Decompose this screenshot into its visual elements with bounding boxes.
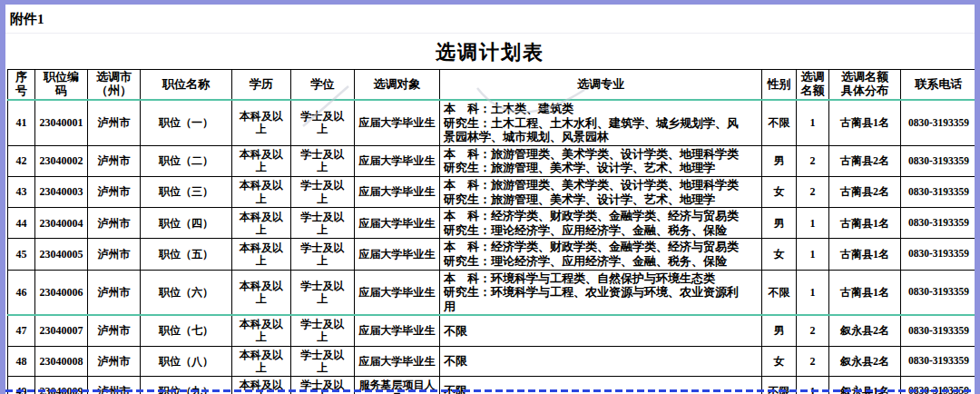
cell: 23040008	[35, 346, 88, 376]
table-row: 4223040002泸州市职位（二）本科及以上学士及以上应届大学毕业生本 科：旅…	[8, 145, 977, 176]
cell: 泸州市	[88, 176, 141, 207]
cell: 本科及以上	[232, 239, 291, 270]
cell: 2	[797, 346, 829, 376]
page-break-line	[5, 389, 975, 392]
cell: 1	[797, 100, 829, 145]
header-cell: 选调对象	[355, 70, 440, 101]
cell: 0830-3193359	[901, 100, 977, 145]
cell: 泸州市	[88, 270, 141, 315]
cell: 0830-3193359	[901, 176, 977, 207]
cell: 0830-3193359	[901, 315, 977, 346]
cell: 0830-3193359	[901, 208, 977, 239]
cell: 古蔺县2名	[829, 145, 901, 176]
cell: 43	[8, 176, 35, 207]
cell: 应届大学毕业生	[355, 208, 440, 239]
plan-table-body: 4123040001泸州市职位（一）本科及以上学士及以上应届大学毕业生本 科：土…	[8, 100, 977, 394]
cell: 男	[762, 208, 797, 239]
cell: 23040006	[35, 270, 88, 315]
cell: 本科及以上	[232, 100, 291, 145]
cell: 男	[762, 315, 797, 346]
cell: 不限	[440, 315, 762, 346]
cell: 古蔺县1名	[829, 208, 901, 239]
cell: 职位（七）	[141, 315, 232, 346]
cell: 职位（四）	[141, 208, 232, 239]
cell: 0830-3193359	[901, 239, 977, 270]
cell: 学士及以上	[291, 100, 355, 145]
cell: 本科及以上	[232, 270, 291, 315]
top-accent-segment	[349, 0, 440, 5]
cell: 泸州市	[88, 145, 141, 176]
cell: 应届大学毕业生	[355, 270, 440, 315]
header-cell: 学历	[232, 70, 291, 101]
cell: 本 科：环境科学与工程类、自然保护与环境生态类 研究生：环境科学与工程、农业资源…	[440, 270, 762, 315]
cell: 45	[8, 239, 35, 270]
cell: 职位（八）	[141, 346, 232, 376]
header-row: 序号职位编码选调市（州）职位名称学历学位选调对象选调专业性别选调名额选调名额具体…	[8, 70, 977, 101]
cell: 23040007	[35, 315, 88, 346]
cell: 应届大学毕业生	[355, 176, 440, 207]
cell: 叙永县2名	[829, 315, 901, 346]
cell: 47	[8, 315, 35, 346]
plan-table-header: 序号职位编码选调市（州）职位名称学历学位选调对象选调专业性别选调名额选调名额具体…	[8, 70, 977, 101]
cell: 23040001	[35, 100, 88, 145]
cell: 叙永县2名	[829, 346, 901, 376]
cell: 本 科：旅游管理类、美术学类、设计学类、地理科学类 研究生：旅游管理、美术学、设…	[440, 145, 762, 176]
cell: 学士及以上	[291, 176, 355, 207]
cell: 2	[797, 315, 829, 346]
header-cell: 职位编码	[35, 70, 88, 101]
cell: 23040005	[35, 239, 88, 270]
cell: 学士及以上	[291, 239, 355, 270]
cell: 本科及以上	[232, 145, 291, 176]
cell: 学士及以上	[291, 270, 355, 315]
cell: 学士及以上	[291, 145, 355, 176]
cell: 古蔺县1名	[829, 239, 901, 270]
cell: 2	[797, 145, 829, 176]
cell: 古蔺县1名	[829, 270, 901, 315]
cell: 应届大学毕业生	[355, 100, 440, 145]
cell: 本 科：土木类、建筑类 研究生：土木工程、土木水利、建筑学、城乡规划学、风景园林…	[440, 100, 762, 145]
cell: 应届大学毕业生	[355, 315, 440, 346]
header-cell: 选调名额	[797, 70, 829, 101]
cell: 应届大学毕业生	[355, 145, 440, 176]
cell: 泸州市	[88, 346, 141, 376]
cell: 泸州市	[88, 208, 141, 239]
cell: 应届大学毕业生	[355, 239, 440, 270]
cell: 2	[797, 176, 829, 207]
cell: 职位（五）	[141, 239, 232, 270]
cell: 23040002	[35, 145, 88, 176]
cell: 本 科：经济学类、财政学类、金融学类、经济与贸易类 研究生：理论经济学、应用经济…	[440, 239, 762, 270]
cell: 不限	[440, 346, 762, 376]
cell: 女	[762, 239, 797, 270]
document-page: 附件1 选调计划表 序号职位编码选调市（州）职位名称学历学位选调对象选调专业性别…	[0, 0, 980, 394]
header-cell: 学位	[291, 70, 355, 101]
table-row: 4523040005泸州市职位（五）本科及以上学士及以上应届大学毕业生本 科：经…	[8, 239, 977, 270]
cell: 0830-3193359	[901, 270, 977, 315]
cell: 本科及以上	[232, 176, 291, 207]
cell: 42	[8, 145, 35, 176]
cell: 学士及以上	[291, 315, 355, 346]
cell: 古蔺县2名	[829, 176, 901, 207]
cell: 0830-3193359	[901, 346, 977, 376]
cell: 23040004	[35, 208, 88, 239]
cell: 女	[762, 346, 797, 376]
cell: 1	[797, 239, 829, 270]
cell: 男	[762, 145, 797, 176]
cell: 学士及以上	[291, 208, 355, 239]
cell: 学士及以上	[291, 346, 355, 376]
header-cell: 序号	[8, 70, 35, 101]
cell: 职位（一）	[141, 100, 232, 145]
cell: 泸州市	[88, 315, 141, 346]
cell: 44	[8, 208, 35, 239]
header-cell: 选调市（州）	[88, 70, 141, 101]
cell: 本科及以上	[232, 315, 291, 346]
cell: 23040003	[35, 176, 88, 207]
table-row: 4623040006泸州市职位（六）本科及以上学士及以上应届大学毕业生本 科：环…	[8, 270, 977, 315]
header-cell: 职位名称	[141, 70, 232, 101]
cell: 古蔺县1名	[829, 100, 901, 145]
cell: 职位（三）	[141, 176, 232, 207]
cell: 本 科：经济学类、财政学类、金融学类、经济与贸易类 研究生：理论经济学、应用经济…	[440, 208, 762, 239]
table-row: 4723040007泸州市职位（七）本科及以上学士及以上应届大学毕业生不限男2叙…	[8, 315, 977, 346]
attachment-label: 附件1	[10, 12, 44, 26]
cell: 1	[797, 208, 829, 239]
table-row: 4323040003泸州市职位（三）本科及以上学士及以上应届大学毕业生本 科：旅…	[8, 176, 977, 207]
